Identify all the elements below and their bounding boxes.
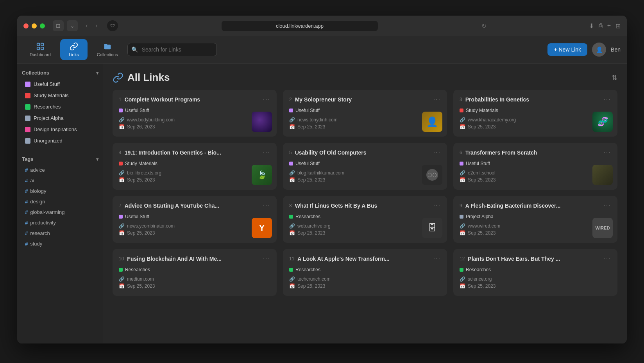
link-card[interactable]: 11 A Look At Apple's New Transform... ··… (283, 249, 447, 296)
sidebar-collection-item[interactable]: Researches (22, 101, 98, 112)
sidebar-tag-item[interactable]: # research (22, 228, 98, 238)
link-card[interactable]: 1 Complete Workout Programs ··· Useful S… (113, 90, 277, 137)
grid-icon[interactable]: ⊞ (615, 22, 621, 30)
card-url-row: 🔗 e2eml.school (460, 170, 586, 176)
card-meta: 🔗 www.wired.com 📅 Sep 25, 2023 (460, 223, 611, 236)
card-title: Probabilities In Genetics (465, 96, 601, 104)
link-card[interactable]: 3 Probabilities In Genetics ··· Study Ma… (453, 90, 617, 137)
card-menu-button[interactable]: ··· (604, 202, 611, 209)
card-meta: 🔗 www.bodybuilding.com 📅 Sep 26, 2023 (119, 117, 270, 130)
sidebar-collection-item[interactable]: Project Alpha (22, 113, 98, 123)
dashboard-nav-button[interactable]: Dashboard (23, 39, 57, 60)
link-card[interactable]: 12 Plants Don't Have Ears. But They ... … (453, 249, 617, 296)
card-thumbnail: 👤 (422, 112, 442, 132)
card-thumbnail: WIRED (592, 218, 613, 238)
link-card[interactable]: 5 Usability Of Old Computers ··· Useful … (283, 143, 447, 190)
maximize-button[interactable] (40, 23, 45, 28)
link-card[interactable]: 6 Transformers From Scratch ··· Useful S… (453, 143, 617, 190)
sidebar-collection-item[interactable]: Unorganized (22, 135, 98, 146)
address-bar[interactable] (222, 21, 378, 31)
link-card[interactable]: 10 Fusing Blockchain And AI With Me... ·… (113, 249, 277, 296)
sidebar-tag-item[interactable]: # advice (22, 165, 98, 175)
share-icon[interactable]: ⎙ (599, 22, 603, 30)
forward-button[interactable]: › (92, 21, 100, 31)
tags-section: Tags ▾ # advice # ai # biology # design … (17, 150, 103, 253)
sidebar-tag-item[interactable]: # study (22, 239, 98, 249)
calendar-icon: 📅 (460, 177, 465, 183)
link-icon: 🔗 (119, 117, 125, 123)
sidebar-tag-item[interactable]: # global-warming (22, 207, 98, 217)
card-url-row: 🔗 news.ycombinator.com (119, 223, 245, 229)
card-menu-button[interactable]: ··· (263, 255, 270, 262)
card-menu-button[interactable]: ··· (263, 202, 270, 209)
link-card[interactable]: 8 What If Linus Gets Hit By A Bus ··· Re… (283, 196, 447, 243)
search-wrapper: 🔍 (127, 43, 323, 56)
link-card[interactable]: 7 Advice On Starting A YouTube Cha... ··… (113, 196, 277, 243)
collection-name: Useful Stuff (125, 214, 149, 219)
collections-header[interactable]: Collections ▾ (22, 70, 98, 76)
new-tab-icon[interactable]: + (607, 22, 611, 30)
search-input[interactable] (127, 43, 217, 56)
sidebar-toggle-button[interactable]: ⊡ (53, 20, 64, 31)
collection-color-dot (460, 215, 463, 219)
svg-rect-3 (41, 47, 43, 50)
hash-icon: # (25, 230, 28, 236)
card-url: www.wired.com (468, 223, 500, 229)
card-collection: Researches (460, 267, 611, 272)
card-number: 9 (460, 203, 462, 208)
link-card[interactable]: 9 A Flesh-Eating Bacterium Discover... ·… (453, 196, 617, 243)
tags-header[interactable]: Tags ▾ (22, 156, 98, 162)
card-date-row: 📅 Sep 25, 2023 (460, 124, 586, 130)
sidebar-collection-item[interactable]: Useful Stuff (22, 79, 98, 89)
security-icon: 🛡 (107, 20, 118, 31)
tag-name: research (30, 230, 50, 236)
download-icon[interactable]: ⬇ (589, 22, 594, 30)
card-title: My Solopreneur Story (295, 96, 430, 104)
sidebar-tag-item[interactable]: # design (22, 197, 98, 206)
sidebar-collection-item[interactable]: Design Inspirations (22, 124, 98, 135)
link-icon: 🔗 (289, 223, 295, 229)
card-menu-button[interactable]: ··· (604, 149, 611, 156)
card-date: Sep 25, 2023 (468, 230, 496, 236)
hash-icon: # (25, 241, 28, 247)
card-url-row: 🔗 www.wired.com (460, 223, 586, 229)
sort-button[interactable]: ⇅ (612, 73, 617, 82)
close-button[interactable] (23, 23, 29, 28)
card-menu-button[interactable]: ··· (433, 96, 441, 103)
card-date: Sep 25, 2023 (297, 230, 325, 236)
sidebar-tag-item[interactable]: # ai (22, 176, 98, 185)
refresh-button[interactable]: ↻ (481, 22, 487, 30)
chevron-down-icon[interactable]: ⌄ (67, 20, 78, 31)
card-date: Sep 25, 2023 (468, 283, 496, 289)
card-menu-button[interactable]: ··· (433, 202, 441, 209)
card-meta: 🔗 blog.karthikkumar.com 📅 Sep 25, 2023 (289, 170, 441, 183)
sidebar-tag-item[interactable]: # biology (22, 186, 98, 196)
new-link-button[interactable]: + New Link (547, 43, 587, 56)
link-icon: 🔗 (289, 170, 295, 176)
link-card[interactable]: 4 19.1: Introduction To Genetics - Bio..… (113, 143, 277, 190)
sidebar-tag-item[interactable]: # productivity (22, 218, 98, 228)
card-menu-button[interactable]: ··· (263, 96, 270, 103)
back-button[interactable]: ‹ (82, 21, 91, 31)
collection-name: Researches (295, 214, 320, 219)
minimize-button[interactable] (32, 23, 37, 28)
avatar[interactable]: 👤 (592, 43, 606, 57)
card-number: 3 (460, 97, 462, 102)
collections-nav-button[interactable]: Collections (91, 39, 124, 60)
collection-name: Useful Stuff (295, 108, 320, 113)
card-number: 4 (119, 150, 122, 155)
link-card[interactable]: 2 My Solopreneur Story ··· Useful Stuff … (283, 90, 447, 137)
links-nav-button[interactable]: Links (60, 39, 88, 60)
links-title-icon (113, 72, 123, 83)
collection-name: Useful Stuff (125, 108, 149, 113)
card-menu-button[interactable]: ··· (263, 149, 270, 156)
card-menu-button[interactable]: ··· (604, 96, 611, 103)
collection-color-dot (289, 215, 293, 219)
link-icon: 🔗 (460, 223, 465, 229)
card-menu-button[interactable]: ··· (433, 149, 441, 156)
card-menu-button[interactable]: ··· (604, 255, 611, 262)
card-menu-button[interactable]: ··· (433, 255, 441, 262)
sidebar-collection-item[interactable]: Study Materials (22, 90, 98, 101)
tag-name: design (30, 199, 45, 205)
card-title: Plants Don't Have Ears. But They ... (468, 255, 600, 263)
